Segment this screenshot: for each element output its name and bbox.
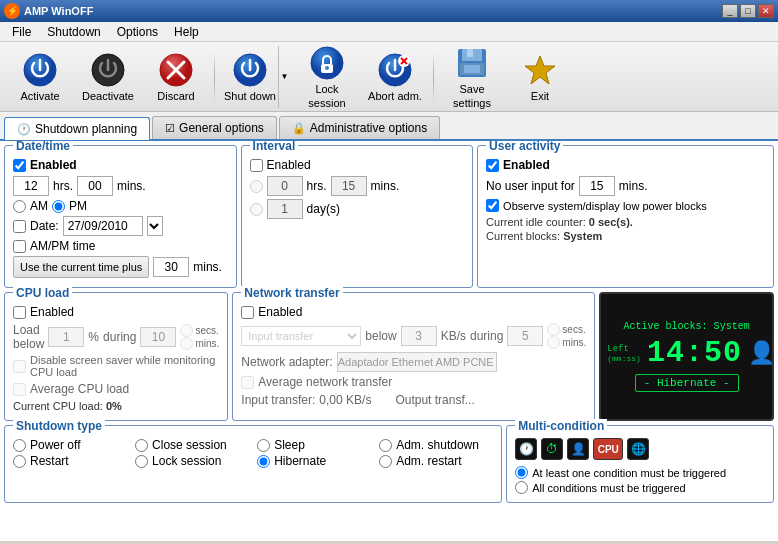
shutdown-button[interactable]: Shut down bbox=[222, 46, 278, 108]
date-enabled-checkbox[interactable] bbox=[13, 220, 26, 233]
input-transfer-label: Input transfer: bbox=[241, 393, 315, 407]
restart-option[interactable]: Restart bbox=[13, 454, 127, 468]
during-label-net: during bbox=[470, 329, 503, 343]
close-session-radio[interactable] bbox=[135, 439, 148, 452]
sleep-option[interactable]: Sleep bbox=[257, 438, 371, 452]
network-type-row: Input transfer below KB/s during secs. m… bbox=[241, 323, 586, 349]
observe-system-row: Observe system/display low power blocks bbox=[486, 199, 765, 212]
network-during-input[interactable] bbox=[507, 326, 543, 346]
tab-administrative-options[interactable]: 🔒 Administrative options bbox=[279, 116, 440, 139]
load-below-input[interactable] bbox=[48, 327, 84, 347]
deactivate-button[interactable]: Deactivate bbox=[76, 46, 140, 108]
svg-marker-18 bbox=[525, 56, 555, 84]
input-transfer-row: Input transfer: 0,00 KB/s Output transf.… bbox=[241, 393, 586, 407]
maximize-button[interactable]: □ bbox=[740, 4, 756, 18]
user-activity-title: User activity bbox=[486, 141, 563, 153]
minutes-input[interactable] bbox=[77, 176, 113, 196]
power-off-label: Power off bbox=[30, 438, 80, 452]
active-blocks-label: Active blocks: System bbox=[624, 321, 750, 332]
interval-days-input[interactable] bbox=[267, 199, 303, 219]
pm-radio[interactable] bbox=[52, 200, 65, 213]
ampm-time-checkbox[interactable] bbox=[13, 240, 26, 253]
adm-restart-option[interactable]: Adm. restart bbox=[379, 454, 493, 468]
adm-shutdown-radio[interactable] bbox=[379, 439, 392, 452]
shutdown-dropdown-arrow[interactable]: ▼ bbox=[278, 46, 290, 108]
exit-button[interactable]: Exit bbox=[508, 46, 572, 108]
person-icon: 👤 bbox=[748, 340, 775, 366]
power-off-radio[interactable] bbox=[13, 439, 26, 452]
lock-session-type-radio[interactable] bbox=[135, 455, 148, 468]
network-below-input[interactable] bbox=[401, 326, 437, 346]
use-current-time-button[interactable]: Use the current time plus bbox=[13, 256, 149, 278]
plus-minutes-input[interactable] bbox=[153, 257, 189, 277]
user-activity-enabled-checkbox[interactable] bbox=[486, 159, 499, 172]
tab-administrative-options-icon: 🔒 bbox=[292, 122, 306, 135]
date-input[interactable] bbox=[63, 216, 143, 236]
title-bar: ⚡ AMP WinOFF _ □ ✕ bbox=[0, 0, 778, 22]
cpu-enabled-checkbox[interactable] bbox=[13, 306, 26, 319]
interval-enabled-row: Enabled bbox=[250, 158, 465, 172]
average-network-checkbox[interactable] bbox=[241, 376, 254, 389]
multi-icon-clock: 🕐 bbox=[515, 438, 537, 460]
sleep-radio[interactable] bbox=[257, 439, 270, 452]
interval-enabled-checkbox[interactable] bbox=[250, 159, 263, 172]
pct-label: % bbox=[88, 330, 99, 344]
interval-mins-input[interactable] bbox=[331, 176, 367, 196]
observe-system-checkbox[interactable] bbox=[486, 199, 499, 212]
average-cpu-checkbox[interactable] bbox=[13, 383, 26, 396]
tab-general-options-icon: ☑ bbox=[165, 122, 175, 135]
interval-hrs-input[interactable] bbox=[267, 176, 303, 196]
menu-options[interactable]: Options bbox=[109, 23, 166, 41]
clock-display-panel: Active blocks: System Left (mm:ss) 14:50… bbox=[599, 292, 774, 421]
menu-help[interactable]: Help bbox=[166, 23, 207, 41]
tab-shutdown-planning[interactable]: 🕐 Shutdown planning bbox=[4, 117, 150, 140]
adm-restart-radio[interactable] bbox=[379, 455, 392, 468]
tab-general-options[interactable]: ☑ General options bbox=[152, 116, 277, 139]
discard-button[interactable]: Discard bbox=[144, 46, 208, 108]
close-button[interactable]: ✕ bbox=[758, 4, 774, 18]
separator-2 bbox=[433, 52, 434, 102]
lock-session-button[interactable]: Lock session bbox=[295, 46, 359, 108]
power-off-option[interactable]: Power off bbox=[13, 438, 127, 452]
cpu-load-panel: CPU load Enabled Load below % during sec… bbox=[4, 292, 228, 421]
interval-hrs-radio[interactable] bbox=[250, 180, 263, 193]
save-settings-button[interactable]: Save settings bbox=[440, 46, 504, 108]
menu-shutdown[interactable]: Shutdown bbox=[39, 23, 108, 41]
during-label-cpu: during bbox=[103, 330, 136, 344]
svg-rect-15 bbox=[467, 49, 473, 57]
at-least-one-radio[interactable] bbox=[515, 466, 528, 479]
no-input-value[interactable] bbox=[579, 176, 615, 196]
adapter-row: Network adapter: bbox=[241, 352, 586, 372]
network-enabled-checkbox[interactable] bbox=[241, 306, 254, 319]
interval-days-radio[interactable] bbox=[250, 203, 263, 216]
adapter-input[interactable] bbox=[337, 352, 497, 372]
hours-input[interactable] bbox=[13, 176, 49, 196]
transfer-type-select[interactable]: Input transfer bbox=[241, 326, 361, 346]
activate-button[interactable]: Activate bbox=[8, 46, 72, 108]
window-controls[interactable]: _ □ ✕ bbox=[722, 4, 774, 18]
all-conditions-radio[interactable] bbox=[515, 481, 528, 494]
date-dropdown[interactable]: ▼ bbox=[147, 216, 163, 236]
cpu-during-input[interactable] bbox=[140, 327, 176, 347]
lock-session-type-option[interactable]: Lock session bbox=[135, 454, 249, 468]
minimize-button[interactable]: _ bbox=[722, 4, 738, 18]
user-activity-enabled-row: Enabled bbox=[486, 158, 765, 172]
hibernate-option[interactable]: Hibernate bbox=[257, 454, 371, 468]
restart-radio[interactable] bbox=[13, 455, 26, 468]
pm-label: PM bbox=[69, 199, 87, 213]
disable-screensaver-checkbox[interactable] bbox=[13, 360, 26, 373]
close-session-option[interactable]: Close session bbox=[135, 438, 249, 452]
input-transfer-value: 0,00 KB/s bbox=[319, 393, 371, 407]
date-row: Date: ▼ bbox=[13, 216, 228, 236]
menu-file[interactable]: File bbox=[4, 23, 39, 41]
abort-button[interactable]: Abort adm. bbox=[363, 46, 427, 108]
lock-session-label: Lock session bbox=[298, 83, 356, 109]
datetime-enabled-checkbox[interactable] bbox=[13, 159, 26, 172]
hibernate-radio[interactable] bbox=[257, 455, 270, 468]
am-radio[interactable] bbox=[13, 200, 26, 213]
shutdown-button-group[interactable]: Shut down ▼ bbox=[221, 45, 291, 109]
multi-icon-user: 👤 bbox=[567, 438, 589, 460]
menu-bar: File Shutdown Options Help bbox=[0, 22, 778, 42]
adm-shutdown-option[interactable]: Adm. shutdown bbox=[379, 438, 493, 452]
save-settings-icon bbox=[454, 45, 490, 81]
